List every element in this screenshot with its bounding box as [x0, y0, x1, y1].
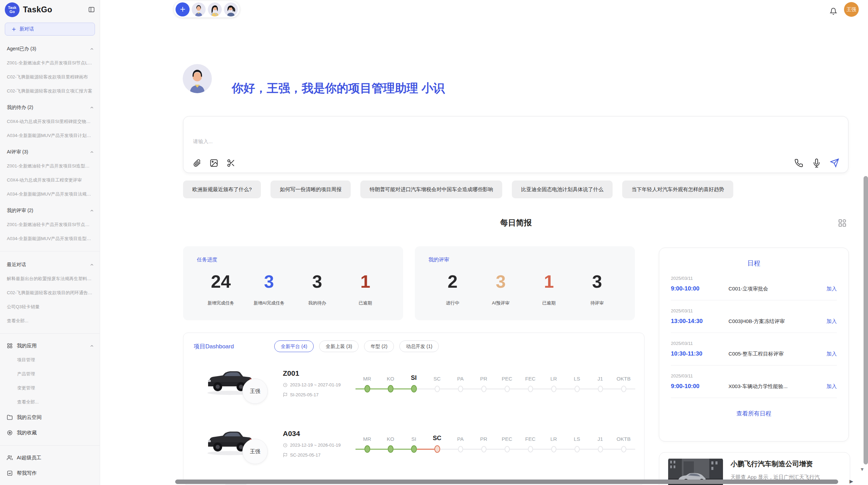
notification-bell-icon[interactable]: [830, 8, 837, 15]
project-dates: 2023-12-19 ~ 2027-01-19: [283, 382, 355, 387]
app-link[interactable]: 变更管理: [0, 385, 100, 391]
chevron-up-icon[interactable]: [89, 208, 94, 213]
sidebar-item[interactable]: C02-飞腾新能源轻客改款项目里程碑画布: [0, 74, 100, 80]
suggestion-chip[interactable]: 如何写一份清晰的项目周报: [270, 181, 351, 198]
chevron-up-icon[interactable]: [89, 47, 94, 51]
milestone-dot: [575, 386, 580, 392]
phone-icon[interactable]: [794, 159, 803, 167]
plus-icon: [11, 27, 16, 32]
chevron-up-icon[interactable]: [89, 344, 94, 348]
schedule-time: 9:00-10:00: [671, 383, 728, 390]
sidebar-item-my-apps[interactable]: 我的应用: [0, 343, 100, 349]
app-link[interactable]: 项目管理: [0, 357, 100, 363]
milestone-dot: [364, 445, 370, 453]
suggestion-chip[interactable]: 特朗普可能对进口汽车增税会对中国车企造成哪些影响: [360, 181, 502, 198]
recent-chats-header[interactable]: 最近对话: [0, 262, 100, 268]
image-icon[interactable]: [209, 159, 218, 167]
schedule-list: 2025/03/11 9:00-10:00 C001-立项审批会 加入 2025…: [659, 276, 848, 398]
sidebar-item[interactable]: C0X4-动力总成开发项目SI里程碑提交物检查: [0, 119, 100, 125]
avatar[interactable]: [224, 2, 238, 16]
project-row[interactable]: 王强 Z001 2023-12-19 ~ 2027-01-19: [183, 354, 644, 412]
horizontal-scrollbar-thumb[interactable]: [175, 480, 838, 484]
sidebar-item-help-write[interactable]: 帮我写作: [0, 470, 100, 476]
stat-value: 1: [525, 271, 573, 292]
app-link[interactable]: 产品管理: [0, 371, 100, 377]
sidebar-item-favorites[interactable]: 我的收藏: [0, 430, 100, 436]
milestone: LS: [565, 373, 589, 395]
recent-chats-list: 解释最新出台的欧盟报废车法规再生塑料比例被调至15%... C02-飞腾新能源轻…: [0, 276, 100, 310]
microphone-icon[interactable]: [812, 159, 821, 167]
divider: [0, 445, 100, 446]
milestone-line: [580, 388, 589, 389]
recent-chat-item[interactable]: C02-飞腾新能源轻客改款项目的闭环通告反馈情况: [0, 290, 100, 296]
suggestion-chip[interactable]: 比亚迪全固态电池计划具体说了什么: [512, 181, 613, 198]
milestone-line: [565, 388, 575, 389]
join-link[interactable]: 加入: [827, 318, 837, 325]
recent-chat-item[interactable]: 公司Q3轻卡销量: [0, 304, 100, 310]
suggestion-chip[interactable]: 欧洲新规最近颁布了什么?: [183, 181, 261, 198]
milestone-track: [612, 443, 635, 455]
join-link[interactable]: 加入: [827, 351, 837, 357]
sidebar-item-cloud-space[interactable]: 我的云空间: [0, 414, 100, 421]
schedule-date: 2025/03/11: [671, 341, 837, 346]
sidebar-section-header[interactable]: 我的待办 (2): [0, 104, 100, 111]
milestone-line: [463, 449, 472, 450]
sidebar-header: Task Go TaskGo: [0, 0, 100, 19]
sidebar-section: 我的待办 (2) C0X4-动力总成开发项目SI里程碑提交物检查 A034-全新…: [0, 104, 100, 139]
dashboard-tab[interactable]: 全新上装 (3): [319, 340, 359, 352]
sidebar-item[interactable]: C02-飞腾新能源轻客改款项目立项汇报方案: [0, 88, 100, 94]
sidebar-section-header[interactable]: AI评审 (3): [0, 149, 100, 155]
milestone: MR: [355, 373, 379, 395]
sidebar-item[interactable]: A034-全新新能源MUV产品开发项目法规符合性评审: [0, 191, 100, 197]
milestone: SC: [425, 433, 449, 455]
stat-row: 2 进行中 3 AI预评审 1 已逾期: [429, 271, 621, 306]
apps-view-all-link[interactable]: 查看全部...: [0, 399, 100, 405]
vertical-scrollbar-thumb[interactable]: [864, 176, 868, 464]
schedule-entry: 2025/03/11 13:00-14:30 C003|H0B-方案冻结评审 加…: [659, 308, 848, 333]
assistant-avatar: [183, 64, 212, 93]
chevron-up-icon[interactable]: [89, 105, 94, 110]
scissors-icon[interactable]: [227, 159, 236, 167]
milestone-dot: [575, 446, 580, 452]
project-row[interactable]: 王强 A034 2023-12-19 ~ 2026-01-19: [183, 414, 644, 473]
layout-grid-icon[interactable]: [838, 219, 847, 227]
sidebar-item[interactable]: A034-全新新能源MUV产品开发项目计划变更表编写: [0, 133, 100, 139]
sidebar-item[interactable]: C0X4-动力总成开发项目工程变更评审: [0, 177, 100, 183]
join-link[interactable]: 加入: [827, 286, 837, 292]
milestone-dot: [364, 385, 370, 393]
recent-chat-item[interactable]: 解释最新出台的欧盟报废车法规再生塑料比例被调至15%...: [0, 276, 100, 282]
scroll-down-arrow-icon[interactable]: ▼: [860, 467, 865, 472]
avatar[interactable]: [192, 2, 206, 16]
sidebar-item-ai-staff[interactable]: AI超级员工: [0, 455, 100, 461]
sidebar-item[interactable]: Z001-全新燃油轻卡产品开发项目SI节点属性5D文件评审: [0, 222, 100, 228]
dashboard-tab[interactable]: 全新平台 (4): [274, 340, 314, 352]
logo-line2: Go: [10, 10, 15, 14]
milestone-line: [417, 388, 426, 389]
sidebar-collapse-icon[interactable]: [88, 6, 95, 13]
sidebar-item[interactable]: Z001-全新燃油轻卡产品开发项目SI造型提交物评审: [0, 163, 100, 169]
sidebar-section-header[interactable]: 我的评审 (2): [0, 208, 100, 214]
dashboard-tab[interactable]: 年型 (2): [364, 340, 394, 352]
divider: [0, 333, 100, 334]
add-agent-button[interactable]: [176, 2, 190, 16]
new-chat-button[interactable]: 新对话: [5, 23, 95, 36]
view-all-schedule-link[interactable]: 查看所有日程: [659, 410, 848, 418]
project-date-range: 2023-12-19 ~ 2026-01-19: [290, 443, 341, 448]
milestone-label: PEC: [502, 373, 513, 382]
user-avatar[interactable]: 王强: [844, 2, 859, 17]
chevron-up-icon[interactable]: [89, 262, 94, 267]
join-link[interactable]: 加入: [827, 383, 837, 390]
recent-view-all-link[interactable]: 查看全部...: [0, 318, 100, 324]
chevron-up-icon[interactable]: [89, 150, 94, 154]
dashboard-tab[interactable]: 动总开发 (1): [399, 340, 439, 352]
attachment-icon[interactable]: [192, 159, 201, 167]
sidebar-section-header[interactable]: Agent已办 (3): [0, 46, 100, 52]
sidebar-item[interactable]: Z001-全新燃油皮卡产品开发项目SI节点Lesson Learn报告: [0, 60, 100, 66]
sidebar-item[interactable]: A034-全新新能源MUV产品开发项目造型可行性评审: [0, 236, 100, 242]
send-icon[interactable]: [830, 158, 839, 167]
chat-input[interactable]: [183, 116, 848, 152]
suggestion-chip[interactable]: 当下年轻人对汽车外观有怎样的喜好趋势: [622, 181, 733, 198]
scroll-right-arrow-icon[interactable]: ▶: [849, 478, 853, 484]
milestone-line: [449, 388, 458, 389]
avatar[interactable]: [208, 2, 222, 16]
